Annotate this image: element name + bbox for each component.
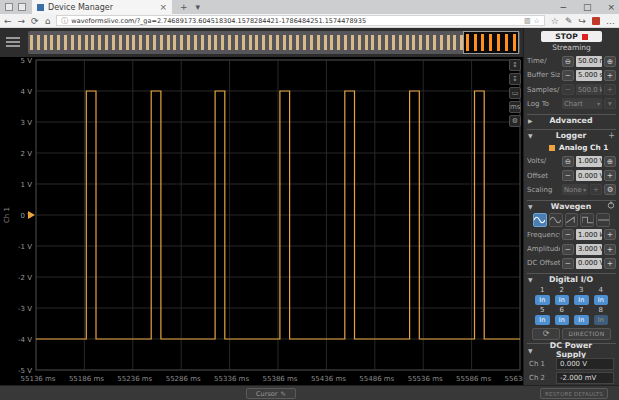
fit-view-icon[interactable]: ↕ (509, 59, 521, 71)
time-units-button[interactable]: ms (509, 101, 521, 113)
browser-tab[interactable]: Device Manager × (32, 0, 172, 14)
square-wave-button[interactable] (580, 213, 594, 227)
scaling-add-button: + (590, 184, 602, 195)
volts-zoom-out-icon[interactable]: ⊖ (562, 156, 574, 167)
amplitude-minus-button[interactable]: − (562, 244, 574, 255)
favorites-hub-icon[interactable]: ☆ (551, 15, 559, 27)
volts-per-div-row: Volts/ ⊖ 1.000 V/ ⊕ (527, 155, 616, 168)
dc-ch1-field[interactable]: 0.000 V (556, 358, 614, 370)
buffer-size-field[interactable]: 5.000 sec (576, 70, 602, 81)
scaling-gear-icon[interactable]: ⚙ (604, 184, 616, 195)
log-to-row: Log To Chart ▾ ▾ (527, 97, 616, 110)
dio-ch8-in-button[interactable]: In (594, 315, 609, 325)
dio-ch2-in-button[interactable]: In (555, 295, 570, 305)
dc-wave-button[interactable] (596, 213, 610, 227)
chart-settings-icon[interactable]: ⚙ (509, 115, 521, 127)
reading-view-icon[interactable]: ▥ (524, 17, 531, 25)
pencil-icon: ✎ (280, 390, 285, 398)
logger-section-header[interactable]: ▼ Logger + (527, 129, 616, 141)
url-text[interactable]: waveformslive.com/?_ga=2.74689173.604518… (71, 17, 521, 25)
new-tab-button[interactable]: + (180, 2, 188, 12)
wavegen-section-header[interactable]: ▼ Wavegen (527, 200, 616, 212)
time-zoom-in-icon[interactable]: ⊕ (604, 56, 616, 67)
sample-rate-row: Samples/ − 500.0 kS/s + (527, 83, 616, 96)
share-icon[interactable]: ↪ (578, 15, 586, 27)
address-bar[interactable]: ⓘ waveformslive.com/?_ga=2.74689173.6045… (56, 15, 544, 26)
more-options-icon[interactable]: … (606, 15, 615, 27)
export-frame-icon[interactable]: ▭ (509, 87, 521, 99)
direction-button[interactable]: DIRECTION (562, 328, 611, 340)
samples-label: Samples/ (527, 86, 560, 94)
offset-plus-button[interactable]: + (604, 170, 616, 181)
advanced-section-header[interactable]: ▶ Advanced (527, 114, 616, 126)
buffer-overview-track[interactable] (28, 31, 520, 54)
overview-viewport-handle[interactable] (463, 31, 519, 54)
channel-color-swatch (549, 145, 555, 151)
dio-ch6-in-button[interactable]: In (555, 315, 570, 325)
sine-alt-wave-button[interactable] (549, 213, 563, 227)
tabs-set-aside-icon[interactable] (5, 3, 13, 11)
channel-name: Analog Ch 1 (559, 143, 608, 152)
favorite-star-icon[interactable]: ☆ (534, 17, 540, 25)
dio-ch7-in-button[interactable]: In (574, 315, 589, 325)
sine-wave-button[interactable] (533, 213, 547, 227)
offset-minus-button[interactable]: − (562, 170, 574, 181)
autoscale-icon[interactable]: ↧ (509, 73, 521, 85)
offset-field[interactable]: 0.000 V (576, 170, 602, 181)
log-to-select: Chart ▾ (562, 98, 602, 109)
amplitude-plus-button[interactable]: + (604, 244, 616, 255)
volts-per-div-field[interactable]: 1.000 V/ (576, 156, 602, 167)
minimize-button[interactable]: − (559, 0, 567, 14)
forward-icon[interactable]: → (18, 15, 26, 27)
close-button[interactable]: × (607, 0, 615, 14)
refresh-icon[interactable]: ⟳ (31, 15, 39, 27)
site-info-icon[interactable]: ⓘ (61, 16, 68, 26)
stop-button[interactable]: STOP (541, 31, 602, 42)
dc-offset-minus-button[interactable]: − (562, 258, 574, 269)
dio-ch4-in-button[interactable]: In (594, 295, 609, 305)
digital-io-section-header[interactable]: ▼ Digital I/O (527, 273, 616, 285)
back-icon[interactable]: ← (4, 15, 12, 27)
status-text: Streaming (527, 43, 616, 53)
restore-defaults-button[interactable]: RESTORE DEFAULTS (540, 388, 608, 399)
amplitude-row: Amplitude − 3.000 Vpp + (527, 242, 616, 255)
cursor-button[interactable]: Cursor ✎ (246, 388, 296, 399)
tab-preview-toggle-icon[interactable] (18, 3, 26, 11)
frequency-plus-button[interactable]: + (604, 229, 616, 240)
tab-close-icon[interactable]: × (159, 0, 167, 14)
time-zoom-out-icon[interactable]: ⊖ (562, 56, 574, 67)
frequency-minus-button[interactable]: − (562, 229, 574, 240)
dio-refresh-icon[interactable]: ⟳ (532, 328, 560, 340)
amplitude-field[interactable]: 3.000 Vpp (576, 244, 602, 255)
analog-channel-row[interactable]: Analog Ch 1 (527, 142, 616, 153)
web-notes-icon[interactable]: ✎ (565, 15, 573, 27)
frequency-field[interactable]: 1.000 kHz (576, 229, 602, 240)
y-axis-tick-label: -1 V (18, 243, 32, 251)
dio-ch1-in-button[interactable]: In (535, 295, 550, 305)
buffer-size-row: Buffer Size − 5.000 sec + (527, 69, 616, 82)
volts-zoom-in-icon[interactable]: ⊕ (604, 156, 616, 167)
dc-offset-plus-button[interactable]: + (604, 258, 616, 269)
add-channel-icon[interactable]: + (605, 131, 615, 140)
maximize-button[interactable]: □ (583, 0, 592, 14)
dio-channel-number: 3 (574, 286, 589, 294)
logger-chart-area: 55136 ms55186 ms55236 ms55286 ms55336 ms… (0, 57, 523, 385)
dc-power-section-header[interactable]: ▼ DC Power Supply (527, 343, 616, 356)
time-per-div-field[interactable]: 50.00 ms/ (576, 56, 602, 67)
chevron-down-icon[interactable]: ▾ (196, 2, 201, 12)
dc-offset-field[interactable]: 0.000 V (576, 258, 602, 269)
dio-ch5-in-button[interactable]: In (535, 315, 550, 325)
home-icon[interactable]: ⌂ (45, 15, 51, 27)
menu-icon[interactable] (5, 35, 21, 49)
dio-ch3-in-button[interactable]: In (574, 295, 589, 305)
y-axis-tick-label: 4 V (21, 88, 33, 96)
y-axis-tick-label: -3 V (18, 305, 32, 313)
wavegen-power-icon[interactable] (605, 201, 615, 211)
ramp-wave-button[interactable] (565, 213, 579, 227)
logger-chart[interactable]: 55136 ms55186 ms55236 ms55286 ms55336 ms… (0, 57, 523, 385)
dc-ch2-field[interactable]: -2.000 mV (556, 372, 614, 384)
buffer-plus-button[interactable]: + (604, 70, 616, 81)
buffer-minus-button[interactable]: − (562, 70, 574, 81)
extension-icon[interactable] (592, 17, 600, 25)
expanded-triangle-icon: ▼ (528, 276, 537, 283)
